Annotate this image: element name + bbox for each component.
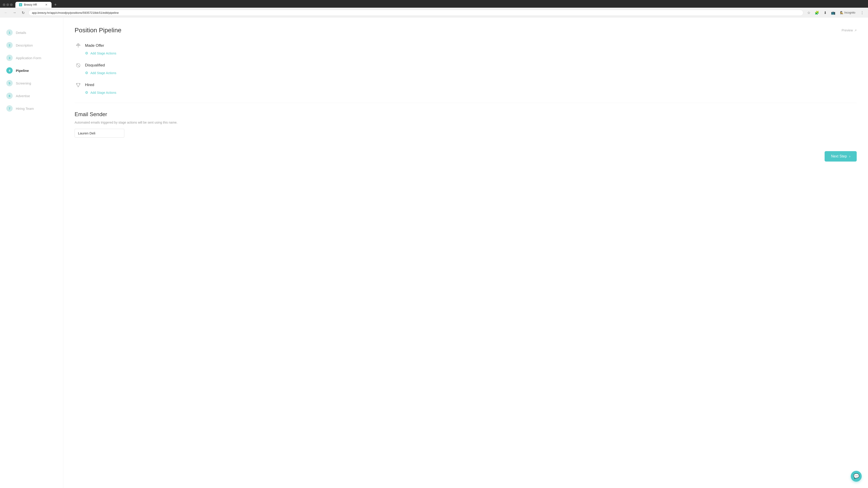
external-link-icon: ↗ — [854, 29, 857, 32]
stage-hired: Hired ⚙ Add Stage Actions — [74, 81, 857, 95]
sidebar-label-pipeline: Pipeline — [16, 69, 29, 72]
hired-add-actions-btn[interactable]: Add Stage Actions — [90, 91, 116, 94]
sidebar-label-advertise: Advertise — [16, 94, 30, 98]
extensions-btn[interactable]: 🧩 — [814, 9, 820, 16]
made-offer-add-actions-btn[interactable]: Add Stage Actions — [90, 52, 116, 55]
disqualified-action-row: ⚙ Add Stage Actions — [85, 71, 857, 75]
step-circle-6: 6 — [6, 93, 13, 99]
step-number-2: 2 — [8, 43, 10, 47]
sidebar-item-screening[interactable]: 5 Screening — [4, 77, 59, 89]
stage-hired-row: Hired — [74, 81, 857, 89]
hired-icon — [74, 81, 82, 89]
sidebar-label-screening: Screening — [16, 81, 31, 85]
incognito-btn[interactable]: 🕵️ Incognito — [838, 10, 857, 15]
step-number-1: 1 — [8, 31, 10, 34]
preview-link[interactable]: Preview ↗ — [842, 29, 857, 32]
next-step-button[interactable]: Next Step › — [825, 151, 857, 162]
browser-tabs: B Breezy HR ✕ + — [3, 2, 865, 8]
incognito-icon: 🕵️ — [840, 11, 843, 14]
next-step-chevron-icon: › — [849, 154, 850, 158]
stage-made-offer-row: Made Offer — [74, 42, 857, 49]
stage-disqualified-row: Disqualified — [74, 62, 857, 69]
email-sender-title: Email Sender — [74, 111, 857, 118]
new-tab-button[interactable]: + — [53, 2, 59, 8]
made-offer-icon — [74, 42, 82, 49]
incognito-label: Incognito — [844, 11, 855, 14]
active-tab[interactable]: B Breezy HR ✕ — [16, 2, 52, 8]
sidebar-label-application-form: Application Form — [16, 56, 41, 60]
stage-disqualified: Disqualified ⚙ Add Stage Actions — [74, 62, 857, 75]
next-step-container: Next Step › — [74, 151, 857, 162]
disqualified-icon — [74, 62, 82, 69]
step-circle-4: 4 — [6, 67, 13, 74]
sidebar-item-application-form[interactable]: 3 Application Form — [4, 52, 59, 64]
step-number-5: 5 — [8, 82, 10, 85]
step-circle-3: 3 — [6, 55, 13, 61]
step-circle-7: 7 — [6, 105, 13, 111]
step-circle-5: 5 — [6, 80, 13, 86]
chat-icon: 💬 — [853, 473, 860, 479]
cast-btn[interactable]: 📺 — [830, 9, 836, 16]
step-circle-2: 2 — [6, 42, 13, 48]
sidebar-item-hiring-team[interactable]: 7 Hiring Team — [4, 103, 59, 114]
email-sender-section: Email Sender Automated emails triggered … — [74, 111, 857, 138]
tab-title-label: Breezy HR — [24, 3, 43, 6]
url-text: app.breezy.hr/app/c/moodjoy/positions/59… — [32, 11, 800, 14]
maximize-btn[interactable] — [6, 3, 9, 6]
disqualified-gear-icon: ⚙ — [85, 71, 88, 75]
page-header: Position Pipeline Preview ↗ — [74, 27, 857, 34]
hired-name: Hired — [85, 83, 94, 87]
menu-btn[interactable]: ⋮ — [859, 9, 865, 16]
step-circle-1: 1 — [6, 29, 13, 36]
sidebar: 1 Details 2 Description 3 Application Fo… — [0, 18, 63, 488]
minimize-btn[interactable] — [3, 3, 5, 6]
made-offer-gear-icon: ⚙ — [85, 51, 88, 55]
disqualified-name: Disqualified — [85, 63, 105, 68]
back-button[interactable]: ← — [3, 9, 9, 16]
step-number-7: 7 — [8, 107, 10, 110]
chat-widget[interactable]: 💬 — [851, 471, 862, 482]
sidebar-item-description[interactable]: 2 Description — [4, 39, 59, 51]
made-offer-name: Made Offer — [85, 43, 104, 48]
app-container: 1 Details 2 Description 3 Application Fo… — [0, 18, 868, 488]
download-btn[interactable]: ⬇ — [822, 9, 828, 16]
stage-made-offer: Made Offer ⚙ Add Stage Actions — [74, 42, 857, 55]
sidebar-item-details[interactable]: 1 Details — [4, 27, 59, 38]
sidebar-label-hiring-team: Hiring Team — [16, 107, 34, 110]
page-title: Position Pipeline — [74, 27, 121, 34]
browser-chrome: B Breezy HR ✕ + — [0, 0, 868, 8]
svg-line-2 — [76, 64, 80, 67]
hired-action-row: ⚙ Add Stage Actions — [85, 90, 857, 95]
next-step-label: Next Step — [831, 154, 847, 158]
hired-gear-icon: ⚙ — [85, 90, 88, 95]
disqualified-add-actions-btn[interactable]: Add Stage Actions — [90, 71, 116, 75]
email-sender-description: Automated emails triggered by stage acti… — [74, 121, 857, 124]
main-content: Position Pipeline Preview ↗ — [63, 18, 868, 488]
step-number-3: 3 — [8, 56, 10, 60]
step-number-6: 6 — [8, 94, 10, 98]
section-divider — [74, 103, 857, 103]
bookmark-btn[interactable]: ☆ — [806, 9, 812, 16]
window-controls — [3, 3, 13, 6]
forward-button[interactable]: → — [11, 9, 18, 16]
reload-button[interactable]: ↻ — [20, 9, 26, 16]
preview-label: Preview — [842, 29, 853, 32]
step-number-4: 4 — [8, 69, 10, 72]
toolbar-icons: ☆ 🧩 ⬇ 📺 🕵️ Incognito ⋮ — [806, 9, 865, 16]
sidebar-label-description: Description — [16, 43, 33, 47]
sidebar-item-advertise[interactable]: 6 Advertise — [4, 90, 59, 102]
sidebar-label-details: Details — [16, 31, 26, 35]
address-bar[interactable]: app.breezy.hr/app/c/moodjoy/positions/59… — [29, 10, 803, 16]
close-window-btn[interactable] — [10, 3, 13, 6]
email-sender-input[interactable] — [74, 129, 124, 138]
made-offer-action-row: ⚙ Add Stage Actions — [85, 51, 857, 55]
sidebar-item-pipeline[interactable]: 4 Pipeline — [4, 65, 59, 76]
tab-favicon: B — [19, 3, 22, 6]
browser-toolbar: ← → ↻ app.breezy.hr/app/c/moodjoy/positi… — [0, 8, 868, 18]
tab-close-btn[interactable]: ✕ — [45, 3, 48, 6]
